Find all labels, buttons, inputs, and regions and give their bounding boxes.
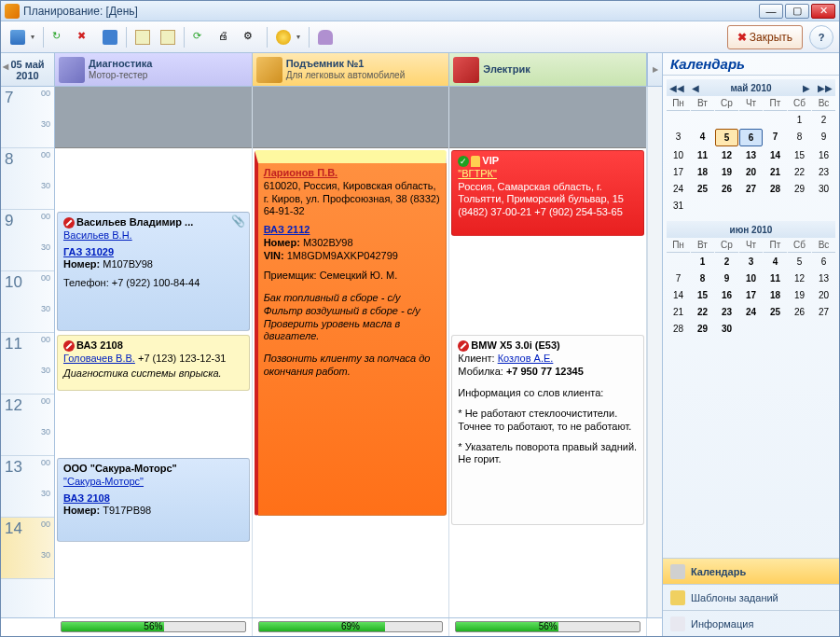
minimize-button[interactable]: — — [759, 4, 783, 19]
allday-zone — [55, 87, 252, 148]
stop-icon — [63, 340, 75, 352]
load-row: 56% 69% 56% — [1, 617, 662, 636]
schedule-column-1[interactable]: 📎 Васильев Владимир ... Васильев В.Н. ГА… — [55, 87, 253, 617]
copy-icon — [135, 30, 150, 45]
schedule-grid: 70030 80030 90030 100030 110030 120030 1… — [1, 87, 662, 617]
help-button[interactable]: ? — [809, 25, 833, 49]
printer-icon: 🖨 — [218, 30, 233, 45]
event-bmw[interactable]: BMW X5 3.0i (E53) Клиент: Козлов А.Е. Мо… — [451, 335, 644, 525]
time-gutter: 70030 80030 90030 100030 110030 120030 1… — [1, 87, 55, 617]
client-link[interactable]: "Сакура-Моторс" — [63, 476, 144, 487]
right-panel-tabs: Календарь Шаблоны заданий Информация — [663, 558, 839, 636]
car-lift-icon — [256, 57, 282, 83]
event-vip[interactable]: ✓VIP "ВГТРК" Россия, Самарская область, … — [451, 150, 644, 236]
allday-zone — [253, 87, 449, 148]
client-link[interactable]: "ВГТРК" — [458, 168, 497, 179]
paste-icon — [160, 30, 175, 45]
cal-next-fast[interactable]: ▶▶ — [815, 83, 835, 93]
column-headers: 05 май 2010 Диагностика Мотор-тестер Под… — [1, 53, 662, 87]
next-columns-button[interactable]: ▶ — [647, 53, 662, 86]
client-link[interactable]: Васильев В.Н. — [63, 229, 132, 241]
schedule-columns: 📎 Васильев Владимир ... Васильев В.Н. ГА… — [55, 87, 647, 617]
settings-button[interactable]: ⚙ — [240, 26, 262, 48]
stop-icon — [63, 217, 75, 228]
calendar-icon — [670, 564, 685, 579]
window-buttons: — ▢ ✕ — [759, 4, 835, 19]
maximize-button[interactable]: ▢ — [785, 4, 809, 19]
calendar-may: ◀◀ ◀ май 2010 ▶ ▶▶ ПнВтСрЧтПтСбВс 12 345… — [667, 79, 835, 214]
cal-prev[interactable]: ◀ — [689, 83, 702, 93]
tab-info[interactable]: Информация — [663, 610, 839, 636]
date-header[interactable]: 05 май 2010 — [1, 53, 55, 86]
gear-icon: ⚙ — [243, 30, 258, 45]
event-vasilev[interactable]: 📎 Васильев Владимир ... Васильев В.Н. ГА… — [57, 212, 250, 331]
check-icon: ✓ — [458, 156, 469, 167]
column-header-lift[interactable]: Подъемник №1 Для легковых автомобилей — [253, 53, 450, 86]
car-link[interactable]: ВАЗ 2108 — [63, 492, 110, 504]
schedule-column-3[interactable]: ✓VIP "ВГТРК" Россия, Самарская область, … — [449, 87, 647, 617]
car-link[interactable]: ГАЗ 31029 — [63, 246, 114, 257]
window-title: Планирование: [День] — [23, 5, 759, 18]
allday-zone — [449, 87, 646, 148]
cal-day-today[interactable]: 5 — [715, 129, 738, 146]
delete-icon: ✖ — [77, 30, 92, 45]
cal-next[interactable]: ▶ — [800, 83, 813, 93]
client-link[interactable]: Головачев В.В. — [63, 353, 135, 364]
load-cell-1: 56% — [55, 618, 253, 636]
cal-day-selected[interactable]: 6 — [739, 129, 763, 146]
app-icon — [5, 4, 20, 19]
status-icon — [276, 30, 291, 45]
status-dropdown[interactable] — [272, 26, 304, 48]
load-cell-3: 56% — [449, 618, 647, 636]
event-attention[interactable]: Внимание Ларионов П.В. 610020, Россия, К… — [255, 150, 448, 516]
schedule-column-2[interactable]: Внимание Ларионов П.В. 610020, Россия, К… — [253, 87, 450, 617]
event-vaz2108[interactable]: ВАЗ 2108 Головачев В.В. +7 (123) 123-12-… — [57, 335, 250, 391]
edit-icon — [103, 30, 117, 45]
print-button[interactable]: 🖨 — [214, 26, 237, 48]
column-header-electric[interactable]: Электрик — [449, 53, 647, 86]
schedule-area: 05 май 2010 Диагностика Мотор-тестер Под… — [1, 53, 662, 636]
main-area: 05 май 2010 Диагностика Мотор-тестер Под… — [1, 53, 839, 636]
event-sakura[interactable]: ООО "Сакура-Моторс" "Сакура-Моторс" ВАЗ … — [57, 458, 250, 542]
calendar-title: Календарь — [663, 53, 839, 76]
lock-icon — [471, 156, 480, 167]
attachment-icon: 📎 — [231, 215, 245, 228]
tab-templates[interactable]: Шаблоны заданий — [663, 584, 839, 610]
calendars-wrap: ◀◀ ◀ май 2010 ▶ ▶▶ ПнВтСрЧтПтСбВс 12 345… — [663, 76, 839, 348]
close-icon: ✖ — [737, 31, 747, 44]
templates-icon — [670, 590, 685, 605]
right-panel: Календарь ◀◀ ◀ май 2010 ▶ ▶▶ ПнВтСрЧтПтС… — [662, 53, 839, 636]
electric-icon — [453, 57, 479, 83]
close-action-button[interactable]: ✖ Закрыть — [727, 25, 803, 49]
info-icon — [670, 616, 685, 631]
client-link[interactable]: Ларионов П.В. — [264, 167, 337, 178]
user-button[interactable] — [314, 26, 337, 48]
tab-calendar[interactable]: Календарь — [663, 558, 839, 584]
copy-button[interactable] — [131, 26, 154, 48]
monitor-icon — [59, 57, 85, 83]
load-cell-2: 69% — [253, 618, 450, 636]
user-icon — [318, 30, 333, 45]
column-scroll-gutter — [647, 87, 662, 617]
reload-button[interactable]: ⟳ — [189, 26, 212, 48]
main-window: Планирование: [День] — ▢ ✕ ↻ ✖ ⟳ 🖨 ⚙ ✖ З… — [0, 0, 840, 637]
view-dropdown[interactable] — [7, 26, 38, 48]
delete-button[interactable]: ✖ — [74, 26, 96, 48]
paste-button[interactable] — [157, 26, 179, 48]
client-link[interactable]: Козлов А.Е. — [498, 353, 554, 364]
car-link[interactable]: ВАЗ 2112 — [264, 224, 310, 235]
window-close-button[interactable]: ✕ — [811, 4, 835, 19]
calendar-grid-may: ПнВтСрЧтПтСбВс 12 3456789 10111213141516… — [667, 96, 835, 214]
titlebar: Планирование: [День] — ▢ ✕ — [1, 1, 839, 21]
column-header-diagnostics[interactable]: Диагностика Мотор-тестер — [55, 53, 253, 86]
edit-button[interactable] — [99, 26, 121, 48]
calendar-june: июн 2010 ПнВтСрЧтПтСбВс 123456 789101112… — [667, 221, 835, 337]
grid-icon — [10, 30, 25, 45]
cal-prev-fast[interactable]: ◀◀ — [667, 83, 687, 93]
reload-icon: ⟳ — [193, 30, 208, 45]
calendar-grid-june: ПнВтСрЧтПтСбВс 123456 78910111213 141516… — [667, 238, 835, 337]
refresh-icon: ↻ — [52, 30, 67, 45]
stop-icon — [458, 340, 469, 352]
refresh-button[interactable]: ↻ — [48, 26, 71, 48]
toolbar: ↻ ✖ ⟳ 🖨 ⚙ ✖ Закрыть ? — [1, 21, 839, 53]
